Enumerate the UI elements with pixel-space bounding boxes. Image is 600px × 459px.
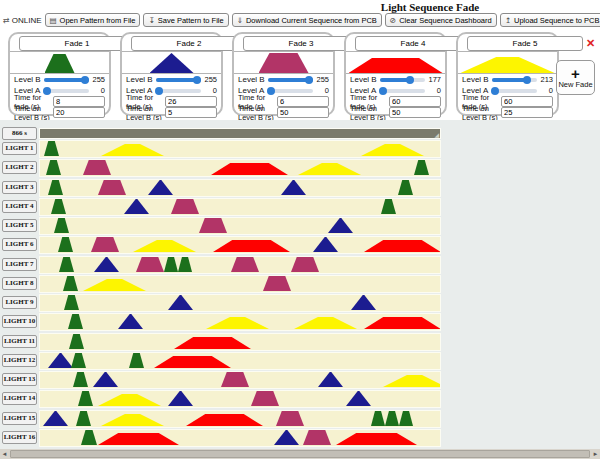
navy-fade-shape[interactable]: [118, 313, 143, 329]
time-on-level-b-input[interactable]: [277, 107, 329, 118]
green-fade-shape[interactable]: [178, 256, 192, 272]
green-fade-shape[interactable]: [385, 410, 399, 426]
navy-fade-shape[interactable]: [274, 429, 299, 445]
light-row-1[interactable]: [39, 140, 441, 158]
level-b-slider-knob[interactable]: [523, 76, 531, 84]
time-for-fade-input[interactable]: [53, 96, 105, 107]
navy-fade-shape[interactable]: [328, 217, 353, 233]
light-label-12[interactable]: LIGHT 12: [2, 354, 37, 367]
light-row-16[interactable]: [39, 429, 441, 447]
green-fade-shape[interactable]: [48, 179, 63, 195]
yellow-fade-shape[interactable]: [83, 279, 146, 291]
red-fade-shape[interactable]: [98, 433, 179, 445]
light-label-2[interactable]: LIGHT 2: [2, 161, 37, 174]
time-for-fade-input[interactable]: [389, 96, 441, 107]
light-row-8[interactable]: [39, 275, 441, 293]
light-label-7[interactable]: LIGHT 7: [2, 258, 37, 271]
red-fade-shape[interactable]: [186, 414, 263, 426]
resize-grip-icon[interactable]: ◢: [434, 131, 439, 138]
pink-fade-shape[interactable]: [291, 256, 319, 272]
red-fade-shape[interactable]: [336, 433, 417, 445]
green-fade-shape[interactable]: [68, 313, 83, 329]
time-for-fade-input[interactable]: [165, 96, 217, 107]
light-label-8[interactable]: LIGHT 8: [2, 277, 37, 290]
green-fade-shape[interactable]: [129, 352, 144, 368]
yellow-fade-shape[interactable]: [98, 394, 161, 406]
light-row-4[interactable]: [39, 198, 441, 216]
navy-fade-shape[interactable]: [318, 371, 343, 387]
light-label-9[interactable]: LIGHT 9: [2, 296, 37, 309]
time-for-fade-input[interactable]: [277, 96, 329, 107]
red-fade-shape[interactable]: [154, 356, 231, 368]
light-row-7[interactable]: [39, 256, 441, 274]
save-pattern-button[interactable]: ↧Save Pattern to File: [143, 13, 228, 27]
green-fade-shape[interactable]: [51, 198, 66, 214]
green-fade-shape[interactable]: [71, 352, 86, 368]
green-fade-shape[interactable]: [164, 256, 178, 272]
pink-fade-shape[interactable]: [303, 429, 331, 445]
green-fade-shape[interactable]: [64, 294, 79, 310]
download-sequence-button[interactable]: ⇓Download Current Sequence from PCB: [232, 13, 382, 27]
pink-fade-shape[interactable]: [231, 256, 259, 272]
light-row-11[interactable]: [39, 333, 441, 351]
yellow-fade-shape[interactable]: [101, 414, 164, 426]
red-fade-shape[interactable]: [364, 317, 441, 329]
level-b-slider-knob[interactable]: [406, 76, 414, 84]
fade-name-input[interactable]: [243, 36, 359, 51]
yellow-fade-shape[interactable]: [383, 375, 441, 387]
light-row-10[interactable]: [39, 313, 441, 331]
fade-name-input[interactable]: [131, 36, 247, 51]
light-row-5[interactable]: [39, 217, 441, 235]
open-pattern-button[interactable]: ▤Open Pattern from File: [45, 13, 141, 27]
light-label-15[interactable]: LIGHT 15: [2, 412, 37, 425]
red-fade-shape[interactable]: [211, 163, 288, 175]
pink-fade-shape[interactable]: [251, 390, 279, 406]
yellow-fade-shape[interactable]: [294, 317, 357, 329]
time-on-level-b-input[interactable]: [389, 107, 441, 118]
green-fade-shape[interactable]: [58, 236, 73, 252]
time-on-level-b-input[interactable]: [53, 107, 105, 118]
yellow-fade-shape[interactable]: [298, 163, 361, 175]
red-fade-shape[interactable]: [213, 240, 290, 252]
light-row-12[interactable]: [39, 352, 441, 370]
level-b-slider-knob[interactable]: [305, 76, 313, 84]
green-fade-shape[interactable]: [398, 179, 413, 195]
yellow-fade-shape[interactable]: [101, 144, 164, 156]
yellow-fade-shape[interactable]: [133, 240, 196, 252]
green-fade-shape[interactable]: [54, 217, 69, 233]
navy-fade-shape[interactable]: [124, 198, 149, 214]
new-fade-button[interactable]: + New Fade: [556, 60, 595, 95]
scrollbar-thumb[interactable]: [10, 450, 590, 458]
light-label-14[interactable]: LIGHT 14: [2, 392, 37, 405]
pink-fade-shape[interactable]: [263, 275, 291, 291]
level-a-slider-knob[interactable]: [379, 87, 387, 95]
light-label-5[interactable]: LIGHT 5: [2, 219, 37, 232]
navy-fade-shape[interactable]: [281, 179, 306, 195]
yellow-fade-shape[interactable]: [206, 317, 269, 329]
green-fade-shape[interactable]: [78, 390, 93, 406]
green-fade-shape[interactable]: [414, 159, 429, 175]
green-fade-shape[interactable]: [81, 429, 97, 445]
level-a-slider[interactable]: [491, 89, 537, 93]
clear-dashboard-button[interactable]: ⊘Clear Sequence Dashboard: [385, 13, 497, 27]
level-b-slider-knob[interactable]: [81, 76, 89, 84]
green-fade-shape[interactable]: [381, 198, 396, 214]
light-row-3[interactable]: [39, 179, 441, 197]
green-fade-shape[interactable]: [69, 333, 84, 349]
level-b-slider[interactable]: [268, 78, 313, 82]
pink-fade-shape[interactable]: [83, 159, 111, 175]
green-fade-shape[interactable]: [59, 256, 74, 272]
light-label-10[interactable]: LIGHT 10: [2, 315, 37, 328]
pink-fade-shape[interactable]: [98, 179, 126, 195]
navy-fade-shape[interactable]: [313, 236, 338, 252]
level-b-slider-knob[interactable]: [193, 76, 201, 84]
level-a-slider[interactable]: [43, 89, 89, 93]
navy-fade-shape[interactable]: [168, 390, 193, 406]
pink-fade-shape[interactable]: [91, 236, 119, 252]
yellow-fade-shape[interactable]: [361, 144, 424, 156]
light-row-14[interactable]: [39, 390, 441, 408]
close-icon[interactable]: ✕: [586, 38, 595, 49]
light-label-11[interactable]: LIGHT 11: [2, 335, 37, 348]
level-a-slider[interactable]: [155, 89, 201, 93]
green-fade-shape[interactable]: [73, 371, 88, 387]
